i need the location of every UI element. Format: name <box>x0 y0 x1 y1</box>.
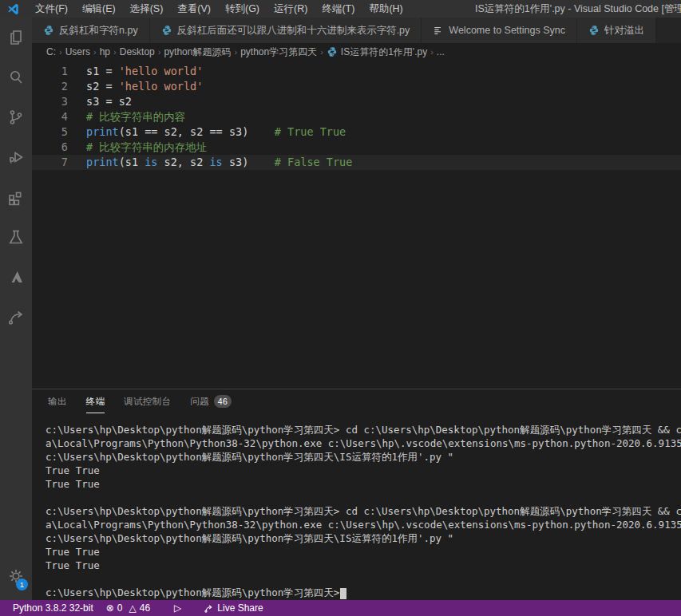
code-line-6[interactable]: 6# 比较字符串的内存地址 <box>32 140 681 155</box>
panel-tab-label: 调试控制台 <box>124 389 171 413</box>
terminal-line-5 <box>46 491 681 504</box>
activity-bar-extensions-icon[interactable] <box>0 177 32 217</box>
python-icon <box>161 25 172 36</box>
vscode-logo-icon[interactable] <box>7 2 20 15</box>
editor-tab-0[interactable]: 反斜杠和字符n.py <box>32 18 150 43</box>
panel-tab-label: 输出 <box>48 389 67 413</box>
line-number: 6 <box>32 140 68 155</box>
code-editor[interactable]: 1s1 = 'hello world'2s2 = 'hello world'3s… <box>32 61 681 389</box>
tab-label: 反斜杠后面还可以跟八进制和十六进制来表示字符.py <box>177 24 410 38</box>
tab-label: Welcome to Settings Sync <box>449 25 565 36</box>
panel-tab-2[interactable]: 调试控制台 <box>124 389 171 413</box>
panel-tab-bar: 输出终端调试控制台问题46 <box>32 389 681 413</box>
line-number: 1 <box>32 64 68 79</box>
status-bar: Python 3.8.2 32-bit ⊗ 0 △ 46 ▷ Live Shar… <box>0 600 681 616</box>
chevron-right-icon: › <box>234 47 237 57</box>
breadcrumb-item-1[interactable]: Users <box>65 46 90 57</box>
chevron-right-icon: › <box>93 47 97 57</box>
tab-label: 针对溢出 <box>604 24 644 38</box>
warning-icon: △ <box>129 600 136 616</box>
activity-bar-explorer-icon[interactable] <box>0 18 32 57</box>
window-title: IS运算符的1作用'.py - Visual Studio Code [管理员] <box>475 0 681 18</box>
menu-item-0[interactable]: 文件(F) <box>28 0 75 18</box>
line-number: 2 <box>32 79 68 94</box>
activity-bar-test-beaker-icon[interactable] <box>0 217 32 257</box>
run-python-file-button[interactable]: ▷ <box>168 600 191 616</box>
editor-tab-1[interactable]: 反斜杠后面还可以跟八进制和十六进制来表示字符.py <box>150 18 422 43</box>
terminal-line-3: True True <box>46 464 681 477</box>
activity-bar-settings-gear-icon[interactable]: 1 <box>0 560 32 592</box>
breadcrumb-item-2[interactable]: hp <box>100 46 110 57</box>
code-line-1[interactable]: 1s1 = 'hello world' <box>32 64 681 79</box>
line-number: 3 <box>32 94 68 109</box>
menu-item-7[interactable]: 帮助(H) <box>362 0 410 18</box>
breadcrumb-item-5[interactable]: python学习第四天 <box>240 45 317 59</box>
breadcrumb-item-6[interactable]: IS运算符的1作用'.py <box>327 45 427 59</box>
terminal-line-6: c:\Users\hp\Desktop\python解题源码\python学习第… <box>46 504 681 518</box>
panel-tab-3[interactable]: 问题46 <box>190 389 232 413</box>
tab-label: 反斜杠和字符n.py <box>59 24 138 38</box>
error-icon: ⊗ <box>106 600 114 616</box>
menu-item-2[interactable]: 选择(S) <box>123 0 171 18</box>
code-text: s3 = s2 <box>86 94 132 109</box>
terminal-line-4: True True <box>46 477 681 491</box>
warning-count: 46 <box>140 602 150 614</box>
menu-item-4[interactable]: 转到(G) <box>218 0 267 18</box>
menu-bar: 文件(F)编辑(E)选择(S)查看(V)转到(G)运行(R)终端(T)帮助(H) <box>28 0 410 18</box>
python-version-indicator[interactable]: Python 3.8.2 32-bit <box>6 600 100 616</box>
python-version-label: Python 3.8.2 32-bit <box>13 602 93 614</box>
panel-tab-1[interactable]: 终端 <box>86 389 105 413</box>
menu-item-6[interactable]: 终端(T) <box>315 0 362 18</box>
editor-tab-bar: 反斜杠和字符n.py反斜杠后面还可以跟八进制和十六进制来表示字符.pyWelco… <box>32 18 681 43</box>
breadcrumb-label: Users <box>65 46 90 57</box>
breadcrumb-label: python解题源码 <box>164 45 231 59</box>
live-share-button[interactable]: Live Share <box>197 600 269 616</box>
activity-bar-run-debug-icon[interactable] <box>0 137 32 177</box>
terminal-line-1: a\Local\Programs\Python\Python38-32\pyth… <box>46 436 681 450</box>
code-line-7[interactable]: 7print(s1 is s2, s2 is s3) # False True <box>32 155 681 170</box>
breadcrumb-item-3[interactable]: Desktop <box>120 46 155 57</box>
editor-tab-3[interactable]: 针对溢出 <box>577 18 656 43</box>
python-icon <box>43 25 54 36</box>
error-count: 0 <box>117 602 123 614</box>
breadcrumb-label: python学习第四天 <box>240 45 317 59</box>
breadcrumb-item-0[interactable]: C: <box>46 46 56 57</box>
chevron-right-icon: › <box>158 47 161 57</box>
title-bar: 文件(F)编辑(E)选择(S)查看(V)转到(G)运行(R)终端(T)帮助(H)… <box>0 0 681 18</box>
activity-bar-live-share-icon[interactable] <box>0 297 32 337</box>
activity-bar-source-control-icon[interactable] <box>0 97 32 137</box>
code-line-4[interactable]: 4# 比较字符串的内容 <box>32 109 681 124</box>
settings-badge: 1 <box>16 578 28 590</box>
activity-bar-azure-icon[interactable] <box>0 257 32 297</box>
breadcrumb-label: ... <box>437 46 445 57</box>
code-line-5[interactable]: 5print(s1 == s2, s2 == s3) # True True <box>32 124 681 140</box>
menu-item-5[interactable]: 运行(R) <box>267 0 315 18</box>
menu-item-1[interactable]: 编辑(E) <box>75 0 123 18</box>
panel-tab-0[interactable]: 输出 <box>48 389 67 413</box>
code-text: print(s1 is s2, s2 is s3) # False True <box>86 155 352 170</box>
code-line-3[interactable]: 3s3 = s2 <box>32 94 681 109</box>
terminal-output[interactable]: c:\Users\hp\Desktop\python解题源码\python学习第… <box>32 413 681 600</box>
problems-summary[interactable]: ⊗ 0 △ 46 <box>100 600 156 616</box>
chevron-right-icon: › <box>113 47 117 57</box>
terminal-line-8: c:\Users\hp\Desktop\python解题源码\python学习第… <box>46 531 681 545</box>
line-number: 4 <box>32 109 68 124</box>
live-share-label: Live Share <box>217 602 263 614</box>
menu-item-3[interactable]: 查看(V) <box>170 0 218 18</box>
line-number: 5 <box>32 124 68 140</box>
breadcrumb-label: IS运算符的1作用'.py <box>341 45 427 59</box>
editor-tab-2[interactable]: Welcome to Settings Sync <box>422 18 577 43</box>
breadcrumb-label: hp <box>100 46 110 57</box>
bottom-panel: 输出终端调试控制台问题46 c:\Users\hp\Desktop\python… <box>32 389 681 600</box>
python-icon <box>327 46 338 57</box>
chevron-right-icon: › <box>320 47 323 57</box>
activity-bar-search-icon[interactable] <box>0 57 32 97</box>
line-number: 7 <box>32 155 68 170</box>
problems-count-badge: 46 <box>214 395 232 408</box>
vscode-window: 文件(F)编辑(E)选择(S)查看(V)转到(G)运行(R)终端(T)帮助(H)… <box>0 0 681 616</box>
code-line-2[interactable]: 2s2 = 'hello world' <box>32 79 681 94</box>
code-text: # 比较字符串的内容 <box>86 109 185 124</box>
breadcrumb-item-4[interactable]: python解题源码 <box>164 45 231 59</box>
run-icon: ▷ <box>174 600 181 616</box>
breadcrumb-item-7[interactable]: ... <box>437 46 445 57</box>
